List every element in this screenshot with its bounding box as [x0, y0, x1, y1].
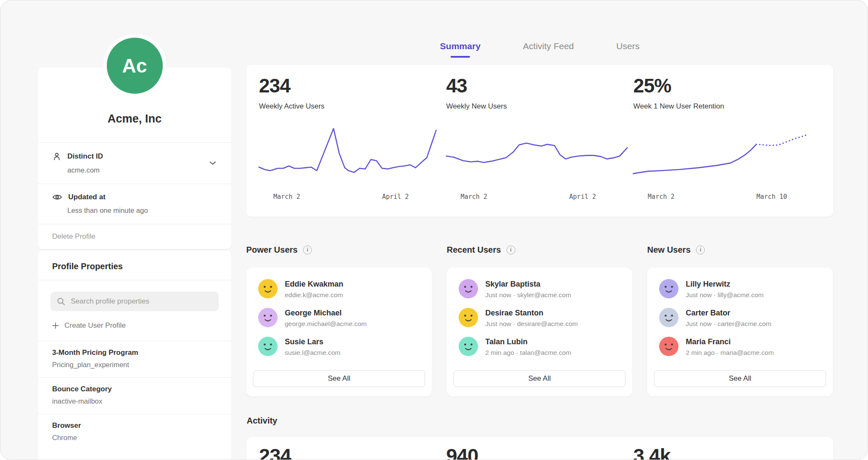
property-row[interactable]: Browser Chrome: [38, 414, 231, 450]
property-value: Pricing_plan_experiment: [52, 361, 217, 369]
chart-x-axis: March 2 March 10: [633, 193, 820, 201]
user-name: George Michael: [285, 309, 367, 318]
user-detail: Just now · lilly@acme.com: [686, 291, 764, 299]
info-icon[interactable]: i: [506, 245, 515, 254]
user-name: Susie Lars: [285, 337, 340, 346]
user-detail: 2 min ago · talan@acme.com: [485, 349, 571, 357]
person-icon: [52, 152, 61, 161]
stat-value: 234: [259, 76, 446, 95]
user-row[interactable]: George Michael george.michael@acme.com: [258, 308, 420, 328]
search-icon: [57, 297, 65, 307]
profile-properties-title: Profile Properties: [38, 251, 231, 280]
user-row[interactable]: Susie Lars susie.l@acme.com: [258, 337, 420, 357]
tab-activity-feed[interactable]: Activity Feed: [523, 41, 574, 58]
info-icon[interactable]: i: [696, 245, 705, 254]
summary-card: 234 Weekly Active Users March 2 April 2 …: [246, 65, 833, 217]
section-recent-users: Recent Users i Skylar Baptista Just now …: [447, 244, 632, 396]
axis-label-start: March 2: [461, 193, 487, 201]
tab-underline: [451, 56, 470, 58]
user-sections-row: Power Users i Eddie Kwakman eddie.k@acme…: [246, 244, 833, 396]
user-avatar: [258, 308, 278, 327]
section-title: New Users: [647, 245, 690, 255]
user-avatar: [258, 279, 278, 298]
field-label: Updated at: [68, 193, 106, 201]
see-all-button[interactable]: See All: [654, 370, 826, 387]
chevron-down-icon[interactable]: [207, 157, 219, 170]
user-row[interactable]: Talan Lubin 2 min ago · talan@acme.com: [459, 337, 620, 357]
delete-profile-button[interactable]: Delete Profile: [38, 224, 231, 249]
user-list-card: Eddie Kwakman eddie.k@acme.com George Mi…: [246, 268, 432, 396]
field-value: acme.com: [67, 166, 217, 174]
create-user-profile-label: Create User Profile: [64, 321, 126, 330]
company-avatar: Ac: [107, 38, 163, 94]
activity-stat-column: 3.4k: [633, 446, 821, 460]
property-name: 3-Month Pricing Program: [52, 348, 217, 357]
user-row[interactable]: Eddie Kwakman eddie.k@acme.com: [258, 279, 420, 299]
user-list-card: Lilly Herwitz Just now · lilly@acme.com …: [647, 268, 833, 396]
user-detail: Just now · desirare@acme.com: [485, 320, 578, 328]
user-name: Carter Bator: [686, 309, 771, 318]
user-list: Skylar Baptista Just now · skyler@acme.c…: [459, 279, 620, 357]
user-name: Desirae Stanton: [485, 309, 578, 318]
tab-users[interactable]: Users: [616, 41, 640, 58]
tab-underline: [539, 56, 558, 58]
field-row-distinct-id[interactable]: Distinct ID acme.com: [38, 142, 231, 184]
stat-value: 25%: [633, 76, 821, 95]
stat-value: 43: [446, 76, 634, 95]
section-power-users: Power Users i Eddie Kwakman eddie.k@acme…: [246, 244, 432, 396]
tab-label: Summary: [440, 41, 481, 51]
activity-stat-column: 940: [446, 446, 634, 460]
section-title: Power Users: [246, 245, 298, 255]
stat-column: 234 Weekly Active Users March 2 April 2: [259, 76, 446, 206]
user-detail: 2 min ago · maria@acme.com: [686, 349, 774, 357]
line-chart: [633, 123, 820, 186]
section-title: Recent Users: [447, 245, 501, 255]
field-value: Less than one minute ago: [67, 206, 217, 215]
user-row[interactable]: Skylar Baptista Just now · skyler@acme.c…: [459, 279, 620, 299]
chart-x-axis: March 2 April 2: [446, 193, 633, 201]
user-row[interactable]: Desirae Stanton Just now · desirare@acme…: [459, 308, 620, 328]
axis-label-end: April 2: [382, 193, 409, 201]
stat-label: Weekly Active Users: [259, 102, 446, 111]
see-all-button[interactable]: See All: [253, 370, 425, 387]
info-icon[interactable]: i: [303, 245, 312, 254]
stat-label: Weekly New Users: [446, 102, 634, 111]
user-detail: Just now · carter@acme.com: [686, 320, 771, 328]
divider: [38, 280, 231, 280]
axis-label-end: March 10: [757, 193, 787, 201]
profile-card: Acme, Inc Distinct ID acme.com: [38, 67, 231, 249]
user-detail: eddie.k@acme.com: [285, 291, 343, 299]
activity-stat-value: 3.4k: [633, 446, 821, 460]
property-row[interactable]: 3-Month Pricing Program Pricing_plan_exp…: [38, 341, 231, 377]
activity-stat-column: 234: [259, 446, 446, 460]
property-name: Bounce Category: [52, 385, 217, 393]
user-list: Lilly Herwitz Just now · lilly@acme.com …: [659, 279, 821, 357]
tab-label: Users: [616, 41, 640, 51]
tab-summary[interactable]: Summary: [440, 41, 481, 58]
user-avatar: [659, 337, 679, 356]
search-profile-properties-input[interactable]: [50, 292, 219, 311]
user-name: Lilly Herwitz: [686, 280, 764, 289]
user-row[interactable]: Lilly Herwitz Just now · lilly@acme.com: [659, 279, 821, 299]
axis-label-start: March 2: [648, 193, 674, 201]
user-detail: george.michael@acme.com: [285, 320, 367, 328]
axis-label-start: March 2: [273, 193, 300, 201]
app-frame: Ac Acme, Inc Distinct ID acme.com: [0, 0, 868, 460]
eye-icon: [52, 193, 62, 201]
see-all-button[interactable]: See All: [453, 370, 626, 387]
activity-card: 234 940 3.4k: [246, 437, 833, 460]
chart-x-axis: March 2 April 2: [259, 193, 445, 201]
user-detail: Just now · skyler@acme.com: [485, 291, 571, 299]
line-chart: [446, 123, 633, 186]
user-row[interactable]: Maria Franci 2 min ago · maria@acme.com: [659, 337, 821, 357]
property-value: inactive-mailbox: [52, 397, 217, 405]
user-row[interactable]: Carter Bator Just now · carter@acme.com: [659, 308, 821, 328]
property-row[interactable]: Bounce Category inactive-mailbox: [38, 377, 231, 414]
activity-stat-value: 940: [446, 446, 634, 460]
user-list-card: Skylar Baptista Just now · skyler@acme.c…: [447, 268, 632, 396]
tab-bar: Summary Activity Feed Users: [246, 41, 833, 58]
create-user-profile-button[interactable]: Create User Profile: [38, 311, 231, 341]
stat-column: 25% Week 1 New User Retention March 2 Ma…: [633, 76, 821, 206]
user-avatar: [459, 279, 478, 298]
stat-label: Week 1 New User Retention: [633, 102, 821, 111]
